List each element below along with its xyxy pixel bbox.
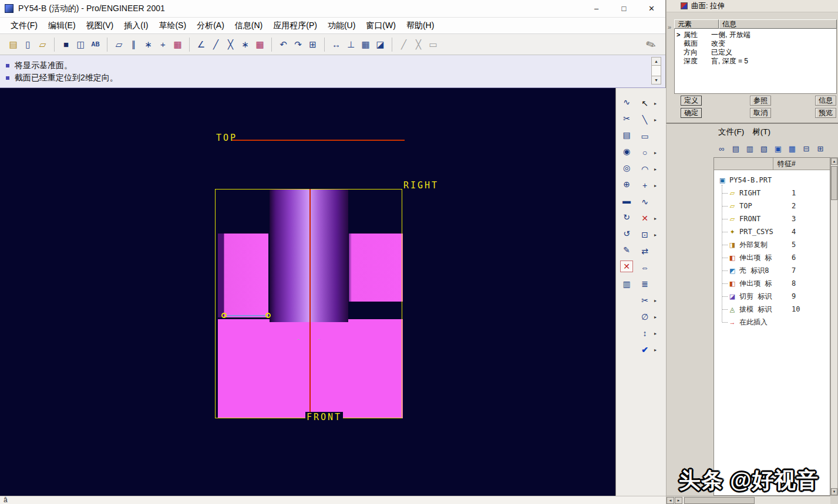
element-row-depth[interactable]: 深度 盲, 深度 = 5 [675,57,836,66]
flyout-arrow-icon[interactable]: ▸ [654,150,657,155]
eye-off-icon[interactable]: ◎ [619,161,634,175]
maximize-button[interactable]: □ [610,0,638,17]
message-scroll-up-button[interactable]: ▲ [651,57,661,66]
measure-icon[interactable]: ▬ [619,194,634,208]
flyout-arrow-icon[interactable]: ▸ [654,232,657,238]
close-button[interactable]: ✕ [638,0,665,17]
3d-viewport[interactable]: TOP - - RIGHT FRONT [0,88,615,496]
tree-collapse-all-icon[interactable]: ⊟ [800,143,812,154]
accept-tool-icon[interactable]: ✔ [637,343,652,357]
blank-doc-icon[interactable]: ▯ [21,37,35,52]
menu-item-edit[interactable]: 编辑(E) [43,19,81,33]
sketch-point-2[interactable] [265,313,271,318]
preview-button[interactable]: 预览 [815,108,836,118]
delete-tool-icon[interactable]: ✕ [637,211,652,225]
close-section-icon[interactable]: ✕ [620,261,633,272]
open-folder-icon[interactable]: ▱ [35,37,50,52]
layers-icon[interactable]: ▤ [619,128,634,142]
tree-menu-file[interactable]: 文件(F) [718,127,744,137]
zoom-doc-icon[interactable]: ◫ [73,37,88,52]
sketch-view-icon[interactable]: ◪ [373,37,388,52]
flyout-arrow-icon[interactable]: ▸ [654,101,657,106]
handles-tool-icon[interactable]: ⊡ [637,228,652,242]
sketch-line[interactable] [227,315,268,316]
minimize-button[interactable]: – [583,0,610,17]
menu-item-window[interactable]: 窗口(W) [361,19,401,33]
element-row-attributes[interactable]: 属性 一侧, 开放端 [675,31,836,39]
tree-item-right[interactable]: ▱ RIGHT 1 [722,187,830,199]
dimension-diameter-tool-icon[interactable]: ∅ [637,310,652,324]
tree-style-icon[interactable]: ▦ [786,143,798,154]
diag-line-icon[interactable]: ╱ [208,37,223,52]
tree-highlight-icon[interactable]: ▣ [772,143,784,154]
flyout-arrow-icon[interactable]: ▸ [654,331,657,336]
datum-axis-display-icon[interactable]: ∥ [126,37,141,52]
scroll-up-button[interactable]: ▲ [831,158,837,165]
menu-item-utilities[interactable]: 功能(U) [322,19,361,33]
cancel-button[interactable]: 取消 [750,108,771,118]
menu-item-info[interactable]: 信息(N) [230,19,268,33]
rectangle-tool-icon[interactable]: ▭ [637,129,652,143]
eye-icon[interactable]: ◉ [619,144,634,158]
spline-tool-icon[interactable]: ∿ [637,195,652,209]
circle-tool-icon[interactable]: ○ [637,146,652,160]
tree-item-part[interactable]: ▣ PY54-B.PRT [718,174,829,186]
paperclip-icon[interactable]: ✎ [644,36,658,53]
new-window-icon[interactable]: ⊞ [305,37,320,52]
tree-horizontal-scrollbar[interactable]: ◄ ► [667,496,830,504]
message-scroll-down-button[interactable]: ▼ [651,76,661,84]
dim-horizontal-icon[interactable]: ↔ [329,37,344,52]
align-tool-icon[interactable]: ≣ [637,277,652,291]
tree-vertical-scrollbar[interactable]: ▲ ▼ [830,157,838,496]
perpendicular-icon[interactable]: ⊥ [344,37,358,52]
scroll-left-button[interactable]: ◄ [667,497,674,504]
menu-item-file[interactable]: 文件(F) [5,19,43,33]
flyout-arrow-icon[interactable]: ▸ [654,216,657,221]
menu-item-view[interactable]: 视图(V) [81,19,119,33]
flyout-arrow-icon[interactable]: ▸ [654,298,657,303]
scroll-down-button[interactable]: ▼ [831,488,837,495]
text-style-icon[interactable]: AB [88,37,103,52]
tree-item-draft[interactable]: ◬ 拔模 标识 10 [722,303,830,315]
point-star-icon[interactable]: ∗ [238,37,253,52]
menu-item-analysis[interactable]: 分析(A) [191,19,230,33]
pencil-icon[interactable]: ✎ [619,243,634,257]
spline-display-icon[interactable]: ∿ [619,95,634,109]
view-manager-icon[interactable]: ■ [59,37,73,52]
menu-item-insert[interactable]: 插入(I) [119,19,153,33]
tree-item-cut[interactable]: ◪ 切剪 标识 9 [722,290,830,302]
datum-label-right[interactable]: RIGHT [403,180,439,191]
tree-item-shell[interactable]: ◩ 壳 标识8 7 [722,265,830,276]
select-tool-icon[interactable]: ↖ [637,96,652,110]
tree-item-protrusion-1[interactable]: ◧ 伸出项 标 6 [722,252,830,263]
scissors-icon[interactable]: ✂ [619,111,634,126]
datum-label-top[interactable]: TOP [216,133,237,143]
dialog-titlebar[interactable]: 曲面: 拉伸 [667,0,838,12]
datum-label-front[interactable]: FRONT [305,412,343,422]
datum-plane-display-icon[interactable]: ▱ [112,37,126,52]
cross-section-icon[interactable]: ╳ [223,37,238,52]
tree-item-csys[interactable]: ✦ PRT_CSYS 4 [722,226,830,238]
element-row-direction[interactable]: 方向 已定义 [675,48,836,57]
grid-icon[interactable]: ▦ [358,37,373,52]
element-row-section[interactable]: 截面 改变 [675,39,836,48]
arc-tool-icon[interactable]: ◠ [637,162,652,176]
refresh-icon[interactable]: ↺ [619,226,634,241]
csys-display-icon[interactable]: + [156,37,170,52]
tree-item-front[interactable]: ▱ FRONT 3 [722,213,830,225]
scroll-thumb[interactable] [831,166,837,200]
tree-columns-icon[interactable]: ▥ [744,143,756,154]
flyout-arrow-icon[interactable]: ▸ [654,314,657,320]
color-grid-icon[interactable]: ▦ [253,37,267,52]
section-display-icon[interactable]: ▥ [619,277,634,291]
new-file-icon[interactable]: ▤ [6,37,21,52]
flyout-arrow-icon[interactable]: ▸ [654,117,657,123]
rotate-icon[interactable]: ↻ [619,210,634,224]
tree-item-external-copy[interactable]: ◨ 外部复制 5 [722,239,830,251]
flyout-arrow-icon[interactable]: ▸ [654,347,657,353]
menu-item-help[interactable]: 帮助(H) [401,19,439,33]
modify-tool-icon[interactable]: ⇔ [637,261,652,275]
tree-settings-icon[interactable]: ▤ [730,143,742,154]
define-button[interactable]: 定义 [681,96,702,106]
tree-item-insert-here[interactable]: → 在此插入 [722,316,830,328]
